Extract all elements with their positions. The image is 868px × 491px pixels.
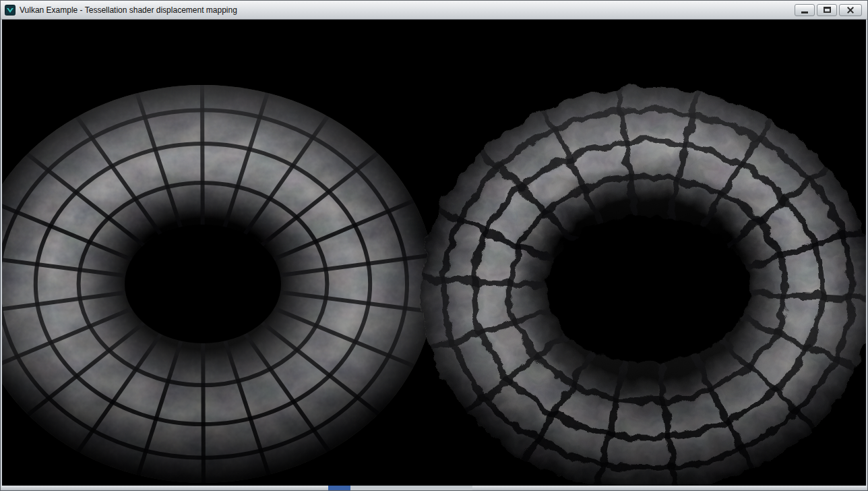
close-icon <box>846 6 855 14</box>
render-viewport[interactable] <box>2 20 866 486</box>
maximize-button[interactable] <box>817 4 837 16</box>
taskbar-fragment-gray <box>350 486 472 490</box>
left-torus-hole <box>125 225 281 343</box>
minimize-icon <box>801 11 808 13</box>
window-frame <box>1 20 867 486</box>
right-torus-hole <box>547 215 749 364</box>
maximize-icon <box>824 7 831 13</box>
window-icon[interactable] <box>5 5 16 16</box>
window-title: Vulkan Example - Tessellation shader dis… <box>20 5 237 15</box>
vulkan-example-window: Vulkan Example - Tessellation shader dis… <box>0 0 868 491</box>
right-torus <box>421 87 866 486</box>
close-button[interactable] <box>839 4 862 16</box>
window-controls <box>795 4 863 16</box>
title-bar[interactable]: Vulkan Example - Tessellation shader dis… <box>1 1 867 20</box>
bottom-border <box>1 486 867 490</box>
minimize-button[interactable] <box>795 4 815 16</box>
taskbar-fragment <box>328 486 350 490</box>
